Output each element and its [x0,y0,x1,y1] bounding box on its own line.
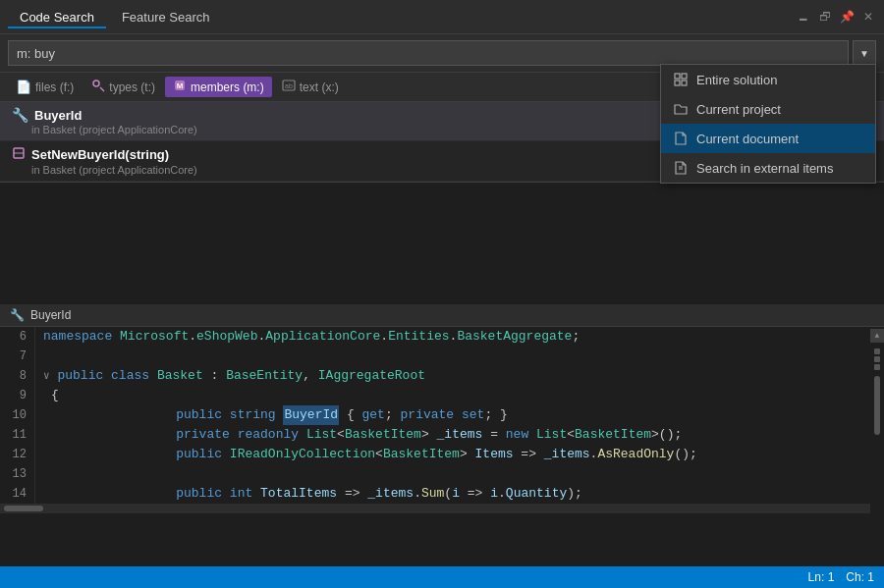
scope-folder-icon [673,101,689,117]
title-tabs: Code Search Feature Search [8,6,222,28]
main-layout: Code Search Feature Search 🗕 🗗 📌 ✕ ▼ 📄 [0,0,884,588]
filter-tab-files[interactable]: 📄 files (f:) [8,78,82,96]
types-icon [91,79,105,95]
code-header-icon: 🔧 [10,308,25,322]
close-icon[interactable]: ✕ [860,9,876,25]
scope-current-project[interactable]: Current project [661,94,875,124]
code-body: 6 7 8 9 10 11 12 13 14 namespace Microso… [0,327,884,504]
scroll-thumb[interactable] [874,376,880,435]
svg-rect-8 [675,74,680,79]
scope-label-3: Search in external items [696,161,833,176]
svg-rect-11 [682,80,687,85]
code-header-title: BuyerId [30,308,71,322]
code-line-6: namespace Microsoft.eShopWeb.Application… [43,327,884,347]
filter-tab-types[interactable]: types (t:) [83,77,163,97]
status-ch: Ch: 1 [846,570,874,584]
status-bar: Ln: 1 Ch: 1 [0,566,884,588]
scope-grid-icon [673,72,689,87]
top-panel: Code Search Feature Search 🗕 🗗 📌 ✕ ▼ 📄 [0,0,884,304]
code-line-11: private readonly List<BasketItem> _items… [43,425,884,445]
code-header: 🔧 BuyerId [0,304,884,327]
line-num-6: 6 [8,327,27,347]
title-bar: Code Search Feature Search 🗕 🗗 📌 ✕ [0,0,884,34]
scope-label-1: Current project [696,102,781,117]
result-name-1: SetNewBuyerId(string) [31,147,169,162]
line-num-12: 12 [8,445,27,464]
line-num-7: 7 [8,347,27,366]
code-line-8: ∨ public class Basket : BaseEntity, IAgg… [43,366,884,386]
search-input[interactable] [8,40,849,66]
scope-doc2-icon [673,160,689,176]
search-scope-dropdown-btn[interactable]: ▼ [853,40,876,66]
scroll-indicator-3 [874,364,880,370]
code-lines: namespace Microsoft.eShopWeb.Application… [35,327,884,504]
restore-icon[interactable]: 🗗 [817,9,833,25]
scope-external-items[interactable]: Search in external items [661,153,875,183]
scope-label-0: Entire solution [696,73,777,87]
tab-feature-search[interactable]: Feature Search [110,6,222,28]
scope-entire-solution[interactable]: Entire solution [661,65,875,94]
filter-tab-members[interactable]: M members (m:) [165,77,272,97]
horizontal-scrollbar[interactable] [0,504,884,513]
result-name-0: BuyerId [34,108,82,123]
filter-tab-text[interactable]: ab text (x:) [274,77,347,97]
svg-text:M: M [177,81,184,90]
scroll-up-arrow[interactable]: ▲ [870,329,884,343]
svg-point-0 [93,80,99,86]
title-icons: 🗕 🗗 📌 ✕ [796,9,876,25]
bottom-panel: 🔧 BuyerId 6 7 8 9 10 11 12 13 14 [0,304,884,588]
code-line-14: public int TotalItems => _items.Sum(i =>… [43,484,884,504]
members-icon: M [173,79,187,95]
line-num-14: 14 [8,484,27,504]
svg-rect-9 [682,74,687,79]
line-num-13: 13 [8,464,27,484]
line-num-10: 10 [8,405,27,425]
text-icon: ab [282,79,296,95]
minimize-icon[interactable]: 🗕 [796,9,811,25]
files-icon: 📄 [16,80,31,94]
scroll-indicator-1 [874,348,880,354]
code-line-10: public string BuyerId { get; private set… [43,405,884,425]
scope-doc-icon [673,131,689,146]
svg-text:ab: ab [285,82,293,89]
result-icon-0: 🔧 [12,107,28,123]
code-line-13 [43,464,884,484]
status-ln: Ln: 1 [808,570,835,584]
vertical-scrollbar[interactable]: ▲ ▼ [870,327,884,588]
code-line-7 [43,347,884,366]
scope-dropdown: Entire solution Current project Curre [660,64,876,184]
code-line-9: { [43,386,884,405]
tab-code-search[interactable]: Code Search [8,6,106,28]
line-num-11: 11 [8,425,27,445]
code-container[interactable]: 6 7 8 9 10 11 12 13 14 namespace Microso… [0,327,884,588]
line-num-9: 9 [8,386,27,405]
line-num-8: 8 [8,366,27,386]
scope-label-2: Current document [696,132,799,146]
scope-current-document[interactable]: Current document [661,124,875,153]
code-line-12: public IReadOnlyCollection<BasketItem> I… [43,445,884,464]
svg-rect-10 [675,80,680,85]
line-numbers: 6 7 8 9 10 11 12 13 14 [0,327,35,504]
result-icon-1 [12,146,26,163]
hscroll-thumb[interactable] [4,506,43,511]
pin-icon[interactable]: 📌 [839,9,855,25]
scroll-indicator-2 [874,356,880,362]
svg-line-1 [100,87,104,91]
